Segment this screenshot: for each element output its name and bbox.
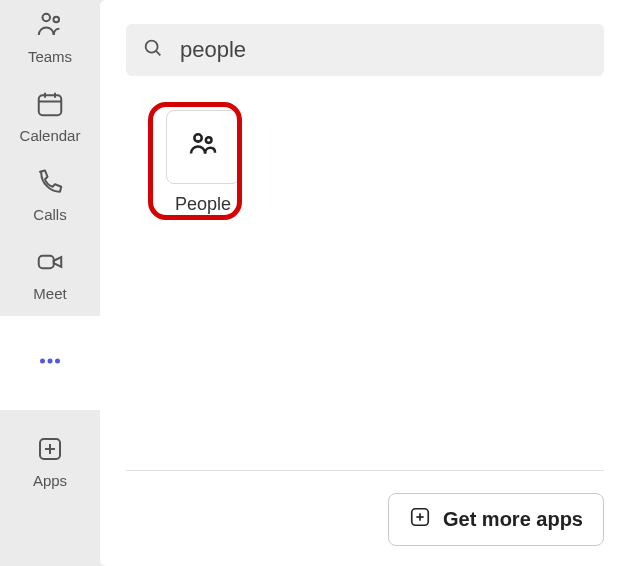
- sidebar-item-label: Meet: [33, 285, 66, 302]
- sidebar-item-more[interactable]: [0, 316, 100, 410]
- svg-point-16: [206, 137, 212, 143]
- search-input[interactable]: [178, 36, 588, 64]
- app-tile-people[interactable]: People: [156, 110, 250, 215]
- search-icon: [142, 37, 164, 63]
- panel-footer: Get more apps: [126, 470, 604, 546]
- sidebar-item-calls[interactable]: Calls: [0, 158, 100, 237]
- app-tile-label: People: [175, 194, 231, 215]
- video-icon: [35, 247, 65, 281]
- sidebar-item-meet[interactable]: Meet: [0, 237, 100, 316]
- sidebar-item-teams[interactable]: Teams: [0, 0, 100, 79]
- sidebar-item-label: Teams: [28, 48, 72, 65]
- svg-point-7: [40, 359, 45, 364]
- svg-rect-6: [39, 256, 54, 269]
- sidebar-item-calendar[interactable]: Calendar: [0, 79, 100, 158]
- svg-rect-2: [39, 95, 62, 115]
- sidebar-item-label: Apps: [33, 472, 67, 489]
- app-rail: Teams Calendar Calls: [0, 0, 100, 566]
- get-more-apps-button[interactable]: Get more apps: [388, 493, 604, 546]
- plus-square-icon: [409, 506, 431, 533]
- get-more-apps-label: Get more apps: [443, 508, 583, 531]
- svg-point-8: [48, 359, 53, 364]
- svg-point-9: [55, 359, 60, 364]
- apps-icon: [35, 434, 65, 468]
- search-box[interactable]: [126, 24, 604, 76]
- people-icon: [186, 128, 220, 166]
- svg-point-0: [43, 14, 51, 22]
- svg-point-13: [146, 41, 158, 53]
- app-tile-box: [166, 110, 240, 184]
- sidebar-item-apps[interactable]: Apps: [0, 424, 100, 503]
- svg-point-1: [54, 17, 60, 23]
- phone-icon: [35, 168, 65, 202]
- calendar-icon: [35, 89, 65, 123]
- sidebar-item-label: Calendar: [20, 127, 81, 144]
- more-icon: [35, 346, 65, 380]
- sidebar-item-label: Calls: [33, 206, 66, 223]
- svg-point-15: [194, 134, 201, 141]
- apps-flyout-panel: People Get more apps: [100, 0, 630, 566]
- teams-icon: [35, 10, 65, 44]
- svg-line-14: [156, 51, 160, 55]
- search-results: People: [126, 76, 604, 470]
